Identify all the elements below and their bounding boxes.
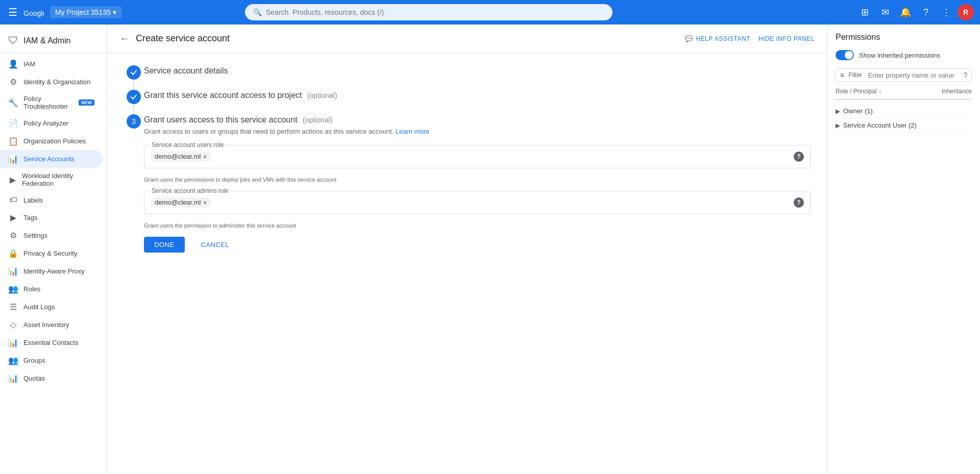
org-icon: 📋 bbox=[8, 136, 18, 146]
sidebar-item-label: Workload Identity Federation bbox=[22, 172, 94, 187]
sidebar-item-label: Privacy & Security bbox=[23, 250, 77, 257]
step-1-title: Service account details bbox=[144, 65, 811, 76]
sidebar-item-label: Essential Contacts bbox=[23, 339, 79, 346]
owner-expand-icon: ▶ bbox=[836, 108, 840, 115]
project-selector[interactable]: My Project 35135 ▾ bbox=[50, 6, 121, 18]
step-3-optional: (optional) bbox=[303, 116, 332, 124]
grid-icon[interactable]: ⊞ bbox=[855, 3, 874, 21]
right-panel: Permissions Show inherited permissions ≡… bbox=[827, 24, 980, 474]
cancel-button[interactable]: CANCEL bbox=[191, 237, 240, 253]
sidebar-item-quotas[interactable]: 📊 Quotas bbox=[0, 369, 103, 387]
sidebar-item-privacy-security[interactable]: 🔒 Privacy & Security bbox=[0, 244, 103, 262]
top-nav-actions: ⊞ ✉ 🔔 ? ⋮ R bbox=[855, 3, 974, 21]
sidebar-item-label: Policy Troubleshooter bbox=[23, 95, 71, 110]
learn-more-link[interactable]: Learn more bbox=[396, 128, 429, 135]
filter-input[interactable] bbox=[868, 71, 959, 79]
step-1-content: Service account details bbox=[144, 65, 811, 90]
sidebar-item-labels[interactable]: 🏷 Labels bbox=[0, 191, 103, 209]
step-2-row: Grant this service account access to pro… bbox=[124, 90, 811, 114]
sidebar-item-service-accounts[interactable]: 📊 Service Accounts bbox=[0, 150, 103, 168]
steps-container: Service account details Grant this servi… bbox=[124, 65, 811, 265]
sidebar-item-label: IAM bbox=[23, 60, 35, 68]
sidebar-item-tags[interactable]: ▶ Tags bbox=[0, 209, 103, 227]
sidebar-item-settings[interactable]: ⚙ Settings bbox=[0, 227, 103, 244]
admins-role-inner[interactable]: demo@clear.ml × ? bbox=[144, 191, 810, 214]
help-assistant-icon: 💬 bbox=[685, 35, 693, 42]
google-cloud-logo[interactable]: Google Cloud bbox=[23, 6, 44, 19]
filter-help-icon[interactable]: ? bbox=[963, 71, 967, 79]
sidebar-item-workload-identity[interactable]: ▶ Workload Identity Federation bbox=[0, 168, 103, 191]
main-content: ← Create service account 💬 HELP ASSISTAN… bbox=[107, 24, 827, 474]
users-role-chip-text: demo@clear.ml bbox=[155, 153, 201, 160]
search-input[interactable] bbox=[266, 8, 604, 16]
proxy-icon: 📊 bbox=[8, 266, 18, 276]
bell-icon[interactable]: 🔔 bbox=[896, 3, 915, 21]
sidebar-item-roles[interactable]: 👥 Roles bbox=[0, 280, 103, 298]
filter-label: Filter bbox=[848, 71, 862, 79]
users-role-chip-close[interactable]: × bbox=[203, 153, 207, 161]
sidebar-item-policy-troubleshooter[interactable]: 🔧 Policy Troubleshooter NEW bbox=[0, 91, 103, 114]
hamburger-icon[interactable]: ☰ bbox=[6, 4, 19, 20]
admins-role-legend: Service account admins role bbox=[150, 187, 231, 194]
admins-role-fieldset: Service account admins role demo@clear.m… bbox=[144, 191, 811, 214]
service-accounts-icon: 📊 bbox=[8, 154, 18, 164]
users-role-help-icon[interactable]: ? bbox=[794, 152, 804, 162]
sidebar-item-label: Policy Analyzer bbox=[23, 119, 68, 127]
avatar[interactable]: R bbox=[958, 4, 974, 20]
filter-icon: ≡ bbox=[840, 71, 844, 79]
help-assistant-button[interactable]: 💬 HELP ASSISTANT bbox=[685, 35, 750, 42]
page-header-left: ← Create service account bbox=[119, 33, 230, 44]
sidebar-item-audit-logs[interactable]: ☰ Audit Logs bbox=[0, 298, 103, 316]
users-role-fieldset: Service account users role demo@clear.ml… bbox=[144, 145, 811, 168]
analyzer-icon: 📄 bbox=[8, 118, 18, 128]
done-button[interactable]: DONE bbox=[144, 237, 185, 253]
identity-icon: ⚙ bbox=[8, 77, 18, 87]
sidebar-item-iam[interactable]: 👤 IAM bbox=[0, 55, 103, 73]
sidebar: 🛡 IAM & Admin 👤 IAM ⚙ Identity & Organiz… bbox=[0, 24, 107, 474]
sidebar-item-identity-org[interactable]: ⚙ Identity & Organization bbox=[0, 73, 103, 91]
sidebar-item-identity-proxy[interactable]: 📊 Identity-Aware Proxy bbox=[0, 262, 103, 280]
step-2-line bbox=[133, 104, 134, 114]
sidebar-item-groups[interactable]: 👥 Groups bbox=[0, 352, 103, 369]
help-icon[interactable]: ? bbox=[917, 3, 935, 21]
sidebar-item-label: Labels bbox=[23, 196, 43, 204]
admins-role-help-icon[interactable]: ? bbox=[794, 197, 804, 208]
search-bar[interactable]: 🔍 bbox=[245, 4, 612, 20]
sidebar-item-org-policies[interactable]: 📋 Organization Policies bbox=[0, 132, 103, 150]
sidebar-item-asset-inventory[interactable]: ◇ Asset Inventory bbox=[0, 316, 103, 334]
step-3-indicator: 3 bbox=[124, 114, 144, 265]
top-navigation: ☰ Google Cloud My Project 35135 ▾ 🔍 ⊞ ✉ … bbox=[0, 0, 980, 24]
step-1-indicator bbox=[124, 65, 144, 90]
project-name: My Project 35135 bbox=[55, 8, 111, 16]
troubleshooter-icon: 🔧 bbox=[8, 98, 18, 108]
toggle-row: Show inherited permissions bbox=[836, 50, 972, 60]
form-area: Service account details Grant this servi… bbox=[107, 53, 827, 277]
page-title: Create service account bbox=[136, 33, 230, 44]
owner-row[interactable]: ▶ Owner (1) bbox=[836, 104, 972, 118]
sidebar-item-essential-contacts[interactable]: 📊 Essential Contacts bbox=[0, 334, 103, 352]
admins-role-chip: demo@clear.ml × bbox=[151, 197, 211, 208]
mail-icon[interactable]: ✉ bbox=[876, 3, 894, 21]
filter-bar[interactable]: ≡ Filter ? bbox=[836, 68, 972, 82]
admins-role-chip-close[interactable]: × bbox=[203, 198, 207, 207]
sidebar-item-label: Tags bbox=[23, 214, 37, 221]
service-account-user-row[interactable]: ▶ Service Account User (2) bbox=[836, 118, 972, 133]
quotas-icon: 📊 bbox=[8, 373, 18, 383]
sidebar-item-label: Organization Policies bbox=[23, 137, 86, 145]
users-role-inner[interactable]: demo@clear.ml × ? bbox=[144, 145, 810, 168]
sidebar-title: IAM & Admin bbox=[23, 36, 70, 45]
help-assistant-label: HELP ASSISTANT bbox=[696, 35, 750, 42]
sidebar-item-label: Settings bbox=[23, 232, 47, 239]
more-icon[interactable]: ⋮ bbox=[937, 3, 955, 21]
hide-panel-button[interactable]: HIDE INFO PANEL bbox=[758, 35, 815, 42]
sidebar-item-label: Quotas bbox=[23, 375, 45, 382]
sort-icon[interactable]: ↑ bbox=[879, 89, 881, 94]
admins-role-field-group: Service account admins role demo@clear.m… bbox=[144, 191, 811, 229]
step-3-row: 3 Grant users access to this service acc… bbox=[124, 114, 811, 265]
show-inherited-toggle[interactable] bbox=[836, 50, 854, 60]
step-2-content: Grant this service account access to pro… bbox=[144, 90, 811, 114]
toggle-slider bbox=[836, 50, 854, 60]
sidebar-item-policy-analyzer[interactable]: 📄 Policy Analyzer bbox=[0, 114, 103, 132]
sidebar-item-label: Roles bbox=[23, 285, 40, 293]
back-button[interactable]: ← bbox=[119, 33, 130, 44]
